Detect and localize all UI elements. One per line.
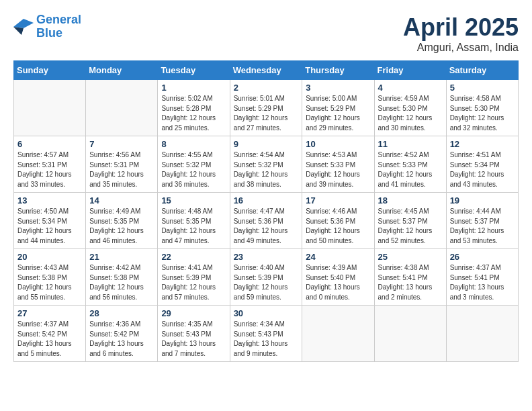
calendar-cell: 15Sunrise: 4:48 AM Sunset: 5:35 PM Dayli… [158, 193, 230, 249]
header-cell-friday: Friday [374, 61, 446, 80]
cell-info: Sunrise: 5:00 AM Sunset: 5:29 PM Dayligh… [306, 94, 370, 133]
cell-info: Sunrise: 5:01 AM Sunset: 5:29 PM Dayligh… [234, 94, 299, 133]
cell-info: Sunrise: 4:40 AM Sunset: 5:39 PM Dayligh… [234, 263, 299, 302]
cell-info: Sunrise: 4:37 AM Sunset: 5:41 PM Dayligh… [450, 263, 515, 302]
cell-info: Sunrise: 4:58 AM Sunset: 5:30 PM Dayligh… [450, 94, 515, 133]
day-number: 19 [450, 195, 515, 205]
day-number: 22 [161, 252, 226, 262]
calendar-cell: 10Sunrise: 4:53 AM Sunset: 5:33 PM Dayli… [302, 136, 374, 193]
day-number: 25 [378, 252, 443, 262]
calendar-cell: 23Sunrise: 4:40 AM Sunset: 5:39 PM Dayli… [230, 249, 302, 306]
day-number: 28 [89, 308, 154, 318]
calendar-cell: 18Sunrise: 4:45 AM Sunset: 5:37 PM Dayli… [374, 193, 446, 249]
day-number: 14 [89, 195, 154, 205]
cell-info: Sunrise: 4:35 AM Sunset: 5:43 PM Dayligh… [161, 320, 226, 359]
calendar-cell [86, 80, 158, 136]
logo-text: General Blue [36, 13, 81, 40]
day-number: 24 [306, 252, 370, 262]
header-row: SundayMondayTuesdayWednesdayThursdayFrid… [14, 61, 519, 80]
week-row-4: 20Sunrise: 4:43 AM Sunset: 5:38 PM Dayli… [14, 249, 519, 306]
cell-info: Sunrise: 4:59 AM Sunset: 5:30 PM Dayligh… [378, 94, 443, 133]
day-number: 11 [378, 139, 443, 149]
calendar-cell: 22Sunrise: 4:41 AM Sunset: 5:39 PM Dayli… [158, 249, 230, 306]
calendar-cell: 26Sunrise: 4:37 AM Sunset: 5:41 PM Dayli… [446, 249, 518, 306]
calendar-table: SundayMondayTuesdayWednesdayThursdayFrid… [13, 60, 519, 362]
calendar-cell: 19Sunrise: 4:44 AM Sunset: 5:37 PM Dayli… [446, 193, 518, 249]
calendar-cell [446, 306, 518, 362]
day-number: 18 [378, 195, 443, 205]
cell-info: Sunrise: 4:38 AM Sunset: 5:41 PM Dayligh… [378, 263, 443, 302]
day-number: 8 [161, 139, 226, 149]
calendar-cell: 11Sunrise: 4:52 AM Sunset: 5:33 PM Dayli… [374, 136, 446, 193]
calendar-cell: 14Sunrise: 4:49 AM Sunset: 5:35 PM Dayli… [86, 193, 158, 249]
day-number: 21 [89, 252, 154, 262]
cell-info: Sunrise: 4:48 AM Sunset: 5:35 PM Dayligh… [161, 207, 226, 246]
day-number: 26 [450, 252, 515, 262]
calendar-cell: 5Sunrise: 4:58 AM Sunset: 5:30 PM Daylig… [446, 80, 518, 136]
week-row-1: 1Sunrise: 5:02 AM Sunset: 5:28 PM Daylig… [14, 80, 519, 136]
day-number: 3 [306, 83, 370, 93]
calendar-cell: 8Sunrise: 4:55 AM Sunset: 5:32 PM Daylig… [158, 136, 230, 193]
cell-info: Sunrise: 4:52 AM Sunset: 5:33 PM Dayligh… [378, 150, 443, 189]
calendar-cell: 29Sunrise: 4:35 AM Sunset: 5:43 PM Dayli… [158, 306, 230, 362]
calendar-cell [302, 306, 374, 362]
header-cell-wednesday: Wednesday [230, 61, 302, 80]
svg-marker-1 [13, 27, 24, 35]
day-number: 16 [234, 195, 299, 205]
cell-info: Sunrise: 4:47 AM Sunset: 5:36 PM Dayligh… [234, 207, 299, 246]
cell-info: Sunrise: 4:36 AM Sunset: 5:42 PM Dayligh… [89, 320, 154, 359]
page-header: General Blue April 2025 Amguri, Assam, I… [13, 13, 519, 54]
logo: General Blue [13, 13, 81, 40]
header-cell-saturday: Saturday [446, 61, 518, 80]
cell-info: Sunrise: 4:54 AM Sunset: 5:32 PM Dayligh… [234, 150, 299, 189]
day-number: 6 [17, 139, 82, 149]
month-title: April 2025 [403, 13, 519, 42]
calendar-cell: 25Sunrise: 4:38 AM Sunset: 5:41 PM Dayli… [374, 249, 446, 306]
calendar-cell: 3Sunrise: 5:00 AM Sunset: 5:29 PM Daylig… [302, 80, 374, 136]
header-cell-monday: Monday [86, 61, 158, 80]
cell-info: Sunrise: 4:39 AM Sunset: 5:40 PM Dayligh… [306, 263, 370, 302]
title-block: April 2025 Amguri, Assam, India [403, 13, 519, 54]
day-number: 1 [161, 83, 226, 93]
day-number: 9 [234, 139, 299, 149]
header-cell-sunday: Sunday [14, 61, 86, 80]
cell-info: Sunrise: 4:49 AM Sunset: 5:35 PM Dayligh… [89, 207, 154, 246]
svg-marker-0 [13, 19, 34, 28]
day-number: 17 [306, 195, 370, 205]
header-cell-tuesday: Tuesday [158, 61, 230, 80]
day-number: 5 [450, 83, 515, 93]
day-number: 7 [89, 139, 154, 149]
calendar-cell [14, 80, 86, 136]
cell-info: Sunrise: 4:51 AM Sunset: 5:34 PM Dayligh… [450, 150, 515, 189]
cell-info: Sunrise: 4:37 AM Sunset: 5:42 PM Dayligh… [17, 320, 82, 359]
day-number: 13 [17, 195, 82, 205]
calendar-cell: 28Sunrise: 4:36 AM Sunset: 5:42 PM Dayli… [86, 306, 158, 362]
day-number: 4 [378, 83, 443, 93]
calendar-cell: 13Sunrise: 4:50 AM Sunset: 5:34 PM Dayli… [14, 193, 86, 249]
calendar-cell: 16Sunrise: 4:47 AM Sunset: 5:36 PM Dayli… [230, 193, 302, 249]
cell-info: Sunrise: 4:42 AM Sunset: 5:38 PM Dayligh… [89, 263, 154, 302]
cell-info: Sunrise: 4:34 AM Sunset: 5:43 PM Dayligh… [234, 320, 299, 359]
cell-info: Sunrise: 4:55 AM Sunset: 5:32 PM Dayligh… [161, 150, 226, 189]
cell-info: Sunrise: 4:50 AM Sunset: 5:34 PM Dayligh… [17, 207, 82, 246]
cell-info: Sunrise: 4:56 AM Sunset: 5:31 PM Dayligh… [89, 150, 154, 189]
calendar-cell [374, 306, 446, 362]
cell-info: Sunrise: 4:46 AM Sunset: 5:36 PM Dayligh… [306, 207, 370, 246]
cell-info: Sunrise: 4:44 AM Sunset: 5:37 PM Dayligh… [450, 207, 515, 246]
day-number: 2 [234, 83, 299, 93]
calendar-cell: 9Sunrise: 4:54 AM Sunset: 5:32 PM Daylig… [230, 136, 302, 193]
calendar-cell: 21Sunrise: 4:42 AM Sunset: 5:38 PM Dayli… [86, 249, 158, 306]
week-row-3: 13Sunrise: 4:50 AM Sunset: 5:34 PM Dayli… [14, 193, 519, 249]
header-cell-thursday: Thursday [302, 61, 374, 80]
calendar-cell: 30Sunrise: 4:34 AM Sunset: 5:43 PM Dayli… [230, 306, 302, 362]
calendar-cell: 24Sunrise: 4:39 AM Sunset: 5:40 PM Dayli… [302, 249, 374, 306]
calendar-cell: 1Sunrise: 5:02 AM Sunset: 5:28 PM Daylig… [158, 80, 230, 136]
cell-info: Sunrise: 4:57 AM Sunset: 5:31 PM Dayligh… [17, 150, 82, 189]
calendar-cell: 20Sunrise: 4:43 AM Sunset: 5:38 PM Dayli… [14, 249, 86, 306]
day-number: 15 [161, 195, 226, 205]
location: Amguri, Assam, India [403, 42, 519, 54]
cell-info: Sunrise: 4:41 AM Sunset: 5:39 PM Dayligh… [161, 263, 226, 302]
day-number: 20 [17, 252, 82, 262]
calendar-cell: 4Sunrise: 4:59 AM Sunset: 5:30 PM Daylig… [374, 80, 446, 136]
day-number: 23 [234, 252, 299, 262]
